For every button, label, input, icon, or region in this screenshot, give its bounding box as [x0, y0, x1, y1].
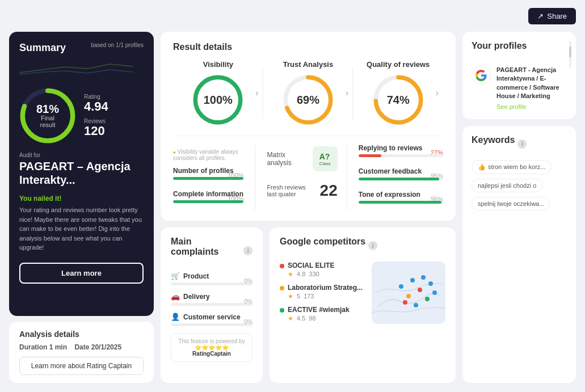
rating-stat: Rating 4.94: [84, 94, 108, 113]
powered-by: This feature is powered by ⭐⭐⭐⭐⭐ RatingC…: [171, 333, 252, 362]
learn-button[interactable]: Learn more: [19, 263, 144, 284]
keyword-2: najlepsi jesli chodzi o: [472, 179, 567, 192]
nailed-label: You nailed it!: [19, 195, 144, 203]
fresh-reviews-val: 22: [320, 182, 338, 200]
complete-info-bar: [173, 200, 243, 203]
keyword-1: 👍 stron wiem bo korz...: [472, 160, 567, 174]
trust-metric: Trust Analysis 69% ›: [263, 60, 353, 125]
keyword-tag-3[interactable]: spełnij twoje oczekiwa...: [472, 197, 550, 210]
tone-bar: [359, 201, 443, 204]
profile-item: PAGEART - Agencja Interaktywna / E-comme…: [472, 66, 567, 110]
audit-for-label: Audit for: [19, 152, 144, 158]
share-icon: ↗: [537, 12, 544, 20]
competitor-3: EACTIVE #wiemjak ★ 4.5 98: [280, 306, 365, 322]
star-icon-1: ★: [288, 271, 293, 278]
complaint-delivery: 🚗 Delivery 0%: [171, 292, 252, 306]
duration-val: 1 min: [49, 343, 67, 351]
tone-metric: Tone of expression 98%: [359, 191, 443, 204]
competitor-1: SOCIAL ELITE ★ 4.8 330: [280, 262, 365, 278]
trust-nav-icon[interactable]: ›: [346, 88, 348, 98]
result-details-card: Result details Visibility 100% ›: [161, 32, 456, 221]
analysis-title: Analysis details: [19, 330, 144, 339]
keyword-3: spełnij twoje oczekiwa...: [472, 197, 567, 210]
nailed-desc: Your rating and reviews number look pret…: [19, 205, 144, 252]
num-profiles-metric: Number of profiles 100%: [173, 167, 243, 180]
competitor-2: Laboratorium Strateg... ★ 5 173: [280, 284, 365, 300]
keywords-info-icon[interactable]: i: [517, 140, 527, 149]
replying-bar: [359, 154, 443, 157]
analysis-card: Analysis details Duration 1 min Date 20/…: [9, 322, 154, 383]
keywords-card: Keywords i 👍 stron wiem bo korz... najle…: [462, 126, 576, 383]
keyword-tag-2[interactable]: najlepsi jesli chodzi o: [472, 179, 542, 192]
complaints-card: Main complaints i 🛒 Product 0% 🚗 Deliver…: [161, 227, 263, 383]
competitor-2-dot: [280, 286, 284, 290]
map-dot-2: [421, 275, 426, 280]
map-dot-4: [418, 288, 422, 292]
final-result-donut: 81% Final result: [19, 87, 76, 144]
competitor-1-dot: [280, 264, 284, 268]
quality-nav-icon[interactable]: ›: [436, 88, 439, 98]
map-dot-3: [428, 281, 433, 286]
visibility-nav-icon[interactable]: ›: [255, 88, 258, 98]
map-dot-6: [425, 297, 430, 301]
note-dot-icon: ●: [173, 150, 176, 155]
left-panel: Summary based on 1/1 profiles 81%: [9, 32, 154, 383]
competitors-info-icon[interactable]: i: [368, 241, 377, 250]
date-val: 20/1/2025: [91, 343, 121, 351]
complaint-product: 🛒 Product 0%: [171, 272, 252, 285]
quality-circle: 74%: [373, 74, 424, 125]
map-dot-5: [406, 294, 411, 298]
map-dot-7: [399, 284, 403, 289]
fresh-reviews-row: Fresh reviews last quater 22: [267, 179, 337, 202]
trust-label: Trust Analysis: [283, 60, 333, 69]
keyword-tag-1[interactable]: 👍 stron wiem bo korz...: [472, 160, 552, 174]
product-bar: [171, 283, 252, 285]
replying-metric: Replying to reviews 27%: [359, 144, 443, 157]
star-icon-2: ★: [288, 293, 293, 300]
keywords-title: Keywords: [472, 135, 515, 145]
trust-circle: 69%: [283, 74, 334, 125]
trust-pct: 69%: [297, 94, 319, 107]
based-on: based on 1/1 profiles: [91, 42, 144, 48]
visibility-metric: Visibility 100% ›: [173, 60, 263, 125]
final-pct: 81%: [33, 103, 62, 115]
matrix-row: Matrix analysis A? Class: [267, 144, 337, 174]
complaint-customer-service: 👤 Customer service 0%: [171, 313, 252, 326]
feedback-metric: Customer feedback 95%: [359, 167, 443, 180]
reviews-val: 120: [84, 124, 108, 138]
result-details-title: Result details: [173, 42, 443, 52]
visibility-note: ● Visibility variable always considers a…: [173, 149, 243, 161]
competitor-list: SOCIAL ELITE ★ 4.8 330 La: [280, 262, 365, 328]
profiles-title: Your profiles: [472, 41, 527, 51]
audit-name: PAGEART – Agencja Interakty...: [19, 159, 144, 187]
map-dot-1: [410, 278, 415, 283]
map-dot-8: [432, 290, 437, 295]
google-logo-icon: [472, 66, 491, 85]
rating-val: 4.94: [84, 100, 108, 113]
competitors-map: [372, 262, 445, 324]
learn-more-button[interactable]: Learn more about Rating Captain: [19, 357, 144, 375]
see-profile-link[interactable]: See profile: [496, 103, 567, 110]
final-label: Final result: [33, 115, 62, 128]
matrix-badge: A? Class: [313, 146, 338, 171]
visibility-pct: 100%: [204, 94, 233, 107]
quality-pct: 74%: [387, 94, 410, 107]
map-dot-10: [403, 300, 407, 305]
quality-label: Quality of reviews: [367, 60, 430, 69]
date-label: Date: [74, 343, 89, 351]
summary-title: Summary: [19, 42, 66, 54]
complaints-title: Main complaints: [171, 237, 241, 257]
profile-name: PAGEART - Agencja Interaktywna / E-comme…: [496, 66, 567, 101]
reviews-stat: Reviews 120: [84, 118, 108, 138]
competitor-3-dot: [280, 308, 284, 313]
summary-card: Summary based on 1/1 profiles 81%: [9, 32, 154, 316]
customer-service-icon: 👤: [171, 313, 180, 321]
complaints-info-icon[interactable]: i: [243, 246, 252, 255]
visibility-label: Visibility: [203, 60, 233, 69]
star-icon-3: ★: [288, 315, 293, 322]
product-icon: 🛒: [171, 272, 180, 280]
analysis-meta: Duration 1 min Date 20/1/2025: [19, 343, 144, 351]
share-button[interactable]: ↗ Share: [528, 8, 576, 24]
right-panel: Your profiles PAGEART - Agencja Interakt…: [462, 32, 576, 383]
complete-info-metric: Complete information 100%: [173, 190, 243, 203]
